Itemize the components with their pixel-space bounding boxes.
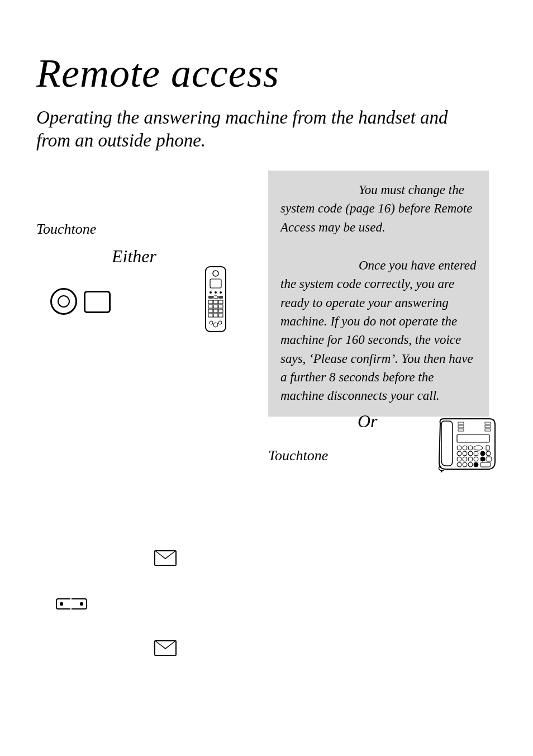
svg-rect-6 — [208, 296, 213, 299]
svg-rect-19 — [213, 314, 218, 317]
svg-rect-10 — [213, 300, 218, 304]
svg-rect-7 — [213, 296, 218, 299]
svg-point-43 — [468, 457, 473, 461]
svg-point-40 — [486, 451, 491, 456]
svg-rect-27 — [458, 429, 464, 431]
svg-rect-13 — [213, 305, 218, 308]
svg-point-23 — [218, 321, 222, 324]
svg-point-35 — [457, 451, 461, 456]
svg-point-49 — [468, 462, 473, 467]
dial-button-icon — [84, 291, 111, 313]
mail-icon — [154, 640, 177, 656]
svg-point-33 — [468, 446, 473, 450]
svg-rect-11 — [218, 300, 223, 304]
svg-rect-12 — [208, 305, 213, 308]
either-label: Either — [112, 246, 156, 267]
note-system-code: You must change the system code (page 16… — [268, 171, 489, 248]
svg-rect-46 — [486, 457, 492, 461]
note-confirm-text: Once you have entered the system code co… — [280, 258, 477, 403]
manual-page: Remote access Operating the answering ma… — [0, 0, 533, 756]
touchtone-label-left: Touchtone — [36, 221, 96, 238]
svg-rect-28 — [485, 422, 491, 424]
svg-point-22 — [213, 323, 218, 327]
svg-point-5 — [220, 291, 222, 294]
svg-point-38 — [474, 451, 478, 456]
svg-point-1 — [213, 271, 218, 276]
svg-rect-8 — [218, 296, 223, 299]
svg-rect-20 — [218, 314, 223, 317]
svg-point-50 — [474, 462, 478, 467]
or-label: Or — [358, 411, 378, 432]
svg-point-3 — [210, 291, 212, 294]
svg-point-45 — [480, 457, 485, 461]
svg-point-36 — [463, 451, 467, 456]
svg-point-34 — [474, 446, 483, 450]
svg-rect-26 — [458, 426, 464, 428]
svg-point-37 — [468, 451, 473, 456]
svg-point-31 — [457, 446, 461, 450]
svg-rect-51 — [480, 462, 491, 467]
svg-point-47 — [457, 462, 461, 467]
dial-speaker-icons — [50, 288, 111, 315]
svg-rect-18 — [208, 314, 213, 317]
svg-point-39 — [480, 451, 485, 456]
svg-rect-17 — [218, 309, 223, 313]
handset-icon — [202, 266, 229, 335]
note-system-code-text: You must change the system code (page 16… — [280, 183, 472, 234]
svg-rect-30 — [485, 429, 491, 431]
svg-point-48 — [463, 462, 467, 467]
svg-point-41 — [457, 457, 461, 461]
svg-rect-14 — [218, 305, 223, 308]
svg-rect-24 — [457, 434, 489, 442]
mail-icon — [154, 550, 177, 566]
touchtone-label-right: Touchtone — [268, 447, 328, 464]
svg-point-42 — [463, 457, 467, 461]
scroll-rocker-icon — [56, 598, 87, 609]
note-confirm: Once you have entered the system code co… — [268, 246, 489, 417]
svg-point-32 — [463, 446, 467, 450]
svg-point-4 — [215, 291, 217, 294]
svg-rect-25 — [458, 422, 464, 424]
svg-rect-16 — [213, 309, 218, 313]
svg-rect-29 — [485, 426, 491, 428]
svg-rect-9 — [208, 300, 213, 304]
svg-rect-2 — [210, 279, 221, 288]
page-subtitle: Operating the answering machine from the… — [36, 106, 483, 153]
svg-rect-15 — [208, 309, 213, 313]
svg-point-21 — [210, 321, 213, 324]
deskphone-icon — [436, 417, 497, 475]
svg-point-44 — [474, 457, 478, 461]
dial-circle-icon — [50, 288, 77, 315]
page-title: Remote access — [36, 50, 279, 97]
